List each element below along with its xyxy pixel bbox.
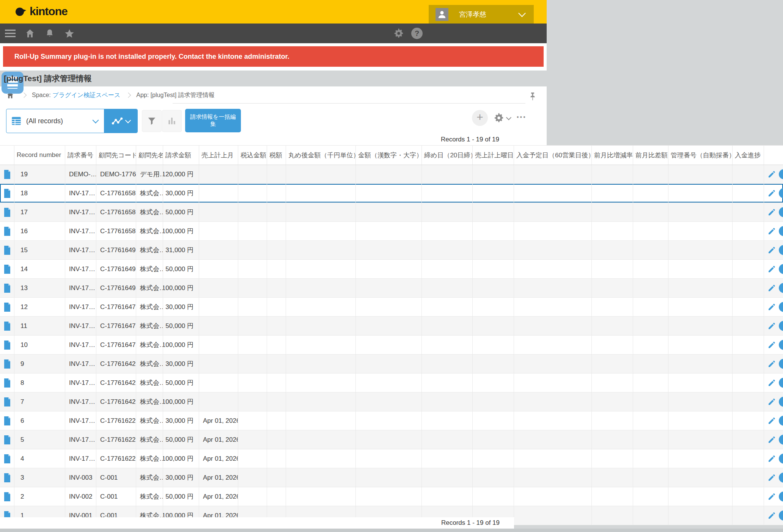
- edit-record-button[interactable]: [767, 322, 776, 331]
- table-row[interactable]: 2INV-002C-001株式会…50,000 円Apr 01, 2026: [0, 487, 783, 506]
- table-row[interactable]: 12INV-17…C-17761647…株式会…30,000 円: [0, 298, 783, 317]
- table-row[interactable]: 4INV-17…C-17761622…株式会…100,000 円Apr 01, …: [0, 449, 783, 468]
- edit-record-button[interactable]: [767, 359, 776, 369]
- row-action-circle-button[interactable]: [779, 435, 783, 445]
- row-action-circle-button[interactable]: [779, 340, 783, 350]
- edit-record-button[interactable]: [767, 416, 776, 425]
- row-action-circle-button[interactable]: [779, 207, 783, 217]
- favorites-star-icon[interactable]: [64, 28, 75, 39]
- table-row[interactable]: 18INV-17…C-17761658…株式会…30,000 円: [0, 184, 783, 203]
- record-link-cell[interactable]: [0, 184, 14, 202]
- row-action-circle-button[interactable]: [779, 264, 783, 274]
- record-link-cell[interactable]: [0, 241, 14, 259]
- add-record-button[interactable]: +: [472, 110, 488, 126]
- column-header[interactable]: 請求金額: [163, 146, 199, 165]
- edit-record-button[interactable]: [767, 511, 776, 520]
- table-row[interactable]: 7INV-17…C-17761642…株式会…100,000 円: [0, 392, 783, 411]
- record-link-cell[interactable]: [0, 336, 14, 354]
- table-row[interactable]: 5INV-17…C-17761622…株式会…50,000 円Apr 01, 2…: [0, 430, 783, 449]
- chart-button[interactable]: [162, 110, 182, 132]
- row-action-circle-button[interactable]: [779, 491, 783, 502]
- table-row[interactable]: 17INV-17…C-17761658…株式会…50,000 円: [0, 203, 783, 222]
- app-settings-button[interactable]: [493, 112, 511, 124]
- edit-record-button[interactable]: [767, 189, 776, 198]
- record-link-cell[interactable]: [0, 260, 14, 278]
- user-menu[interactable]: 宮澤孝慈: [429, 5, 534, 24]
- record-link-cell[interactable]: [0, 317, 14, 335]
- edit-record-button[interactable]: [767, 227, 776, 236]
- space-link[interactable]: プラグイン検証スペース: [52, 91, 120, 99]
- row-action-circle-button[interactable]: [779, 283, 783, 293]
- kintone-logo[interactable]: kintone: [14, 5, 68, 18]
- row-action-circle-button[interactable]: [779, 188, 783, 198]
- row-action-circle-button[interactable]: [779, 454, 783, 464]
- column-header[interactable]: 丸め後金額（千円単位）: [286, 146, 356, 165]
- column-header[interactable]: 請求番号: [65, 146, 96, 165]
- pin-icon[interactable]: [529, 92, 536, 103]
- row-action-circle-button[interactable]: [779, 359, 783, 369]
- column-header[interactable]: 入金予定日（60営業日後）: [514, 146, 592, 165]
- record-link-cell[interactable]: [0, 449, 14, 468]
- record-link-cell[interactable]: [0, 222, 14, 240]
- table-row[interactable]: 16INV-17…C-17761658…株式会…100,000 円: [0, 222, 783, 241]
- column-header[interactable]: 前月比差額: [633, 146, 668, 165]
- edit-record-button[interactable]: [767, 170, 776, 179]
- graph-view-toggle[interactable]: [104, 109, 137, 133]
- row-action-circle-button[interactable]: [779, 416, 783, 426]
- column-header[interactable]: 顧問先名: [136, 146, 163, 165]
- edit-record-button[interactable]: [767, 341, 776, 350]
- table-row[interactable]: 9INV-17…C-17761642…株式会…30,000 円: [0, 355, 783, 373]
- edit-record-button[interactable]: [767, 378, 776, 388]
- column-header[interactable]: 売上計上月: [199, 146, 238, 165]
- record-link-cell[interactable]: [0, 279, 14, 297]
- filter-button[interactable]: [142, 110, 162, 132]
- horizontal-scrollbar[interactable]: [0, 529, 783, 532]
- table-row[interactable]: 14INV-17…C-17761649…株式会…50,000 円: [0, 260, 783, 279]
- table-row[interactable]: 13INV-17…C-17761649…株式会…100,000 円: [0, 279, 783, 298]
- edit-record-button[interactable]: [767, 435, 776, 444]
- table-row[interactable]: 11INV-17…C-17761647…株式会…50,000 円: [0, 317, 783, 336]
- edit-record-button[interactable]: [767, 303, 776, 312]
- view-selector-current[interactable]: (All records): [6, 109, 104, 133]
- column-header[interactable]: 締め日（20日締）: [422, 146, 473, 165]
- row-action-circle-button[interactable]: [779, 169, 783, 179]
- column-header[interactable]: Record number: [14, 146, 65, 165]
- column-header[interactable]: 金額（漢数字・大字）: [356, 146, 422, 165]
- record-link-cell[interactable]: [0, 298, 14, 316]
- row-action-circle-button[interactable]: [779, 472, 783, 483]
- record-link-cell[interactable]: [0, 392, 14, 411]
- notifications-bell-icon[interactable]: [44, 28, 55, 39]
- record-link-cell[interactable]: [0, 430, 14, 449]
- row-action-circle-button[interactable]: [779, 397, 783, 407]
- hamburger-menu-icon[interactable]: [5, 28, 16, 39]
- edit-record-button[interactable]: [767, 246, 776, 255]
- table-row[interactable]: 10INV-17…C-17761647…株式会…100,000 円: [0, 336, 783, 355]
- edit-record-button[interactable]: [767, 492, 776, 501]
- home-icon[interactable]: [24, 28, 36, 39]
- row-action-circle-button[interactable]: [779, 245, 783, 255]
- column-header[interactable]: 顧問先コード: [96, 146, 136, 165]
- record-link-cell[interactable]: [0, 355, 14, 373]
- table-row[interactable]: 6INV-17…C-17761622…株式会…30,000 円Apr 01, 2…: [0, 411, 783, 430]
- settings-gear-icon[interactable]: [393, 28, 404, 39]
- view-selector[interactable]: (All records): [6, 109, 138, 133]
- column-header[interactable]: 税込金額: [238, 146, 267, 165]
- help-icon[interactable]: ?: [411, 28, 423, 39]
- bulk-edit-button[interactable]: 請求情報を一括編集: [185, 109, 241, 132]
- record-link-cell[interactable]: [0, 411, 14, 430]
- more-options-button[interactable]: •••: [517, 114, 527, 121]
- row-action-circle-button[interactable]: [779, 302, 783, 312]
- record-link-cell[interactable]: [0, 165, 14, 184]
- edit-record-button[interactable]: [767, 265, 776, 274]
- row-action-circle-button[interactable]: [779, 321, 783, 331]
- edit-record-button[interactable]: [767, 454, 776, 463]
- row-action-circle-button[interactable]: [779, 378, 783, 388]
- edit-record-button[interactable]: [767, 397, 776, 406]
- record-link-cell[interactable]: [0, 487, 14, 506]
- row-action-circle-button[interactable]: [779, 510, 783, 521]
- column-header[interactable]: 前月比増減率: [592, 146, 633, 165]
- edit-record-button[interactable]: [767, 473, 776, 482]
- edit-record-button[interactable]: [767, 284, 776, 293]
- record-link-cell[interactable]: [0, 203, 14, 221]
- row-action-circle-button[interactable]: [779, 226, 783, 236]
